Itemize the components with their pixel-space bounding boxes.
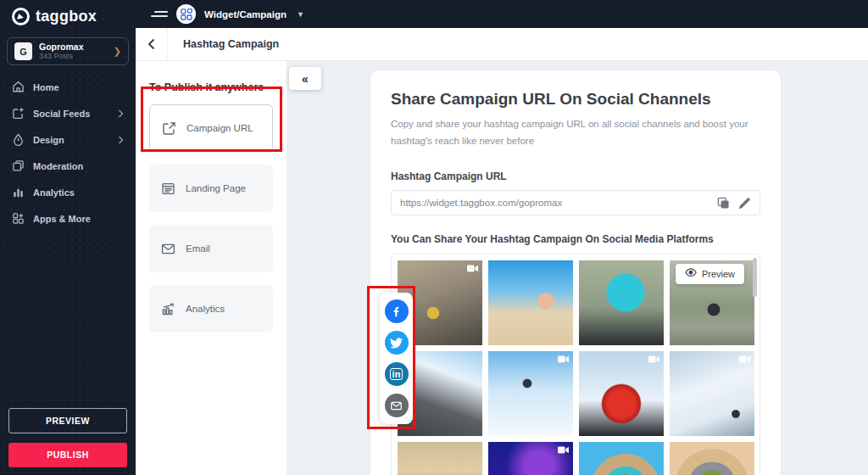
publish-option-campaign-url[interactable]: Campaign URL: [149, 104, 273, 152]
account-name: Gopromax: [39, 42, 107, 52]
eye-icon: [685, 268, 697, 280]
photo-tile-red-jacket[interactable]: [579, 351, 664, 436]
share-email-button[interactable]: [385, 394, 409, 417]
page-title: Hashtag Campaign: [183, 38, 279, 50]
publish-panel-title: To Publish it anywhere: [149, 81, 287, 93]
copy-icon[interactable]: [717, 197, 730, 210]
social-share-rail: in: [380, 293, 413, 424]
share-twitter-button[interactable]: [385, 331, 409, 355]
share-facebook-button[interactable]: [385, 299, 409, 323]
sidebar-nav: Home Social Feeds Design Moderation: [0, 74, 136, 232]
main-content-card: Share Campaign URL On Social Channels Co…: [370, 70, 781, 475]
photo-tile-concert[interactable]: [488, 442, 573, 475]
bar-chart-icon: [12, 186, 25, 198]
share-linkedin-button[interactable]: in: [385, 362, 409, 386]
photo-tile-tiny-planet-green[interactable]: [670, 442, 754, 475]
chevron-right-icon: [118, 109, 124, 118]
photo-grid: [398, 260, 754, 475]
sidebar-item-moderation[interactable]: Moderation: [0, 153, 136, 179]
feed-plus-icon: [12, 107, 25, 120]
sidebar-item-apps-more[interactable]: Apps & More: [0, 205, 136, 232]
twitter-icon: [390, 337, 403, 349]
chevron-right-icon: [118, 136, 124, 144]
preview-button[interactable]: PREVIEW: [8, 408, 127, 433]
linkedin-icon: in: [390, 368, 403, 380]
campaign-url-field: [391, 190, 760, 215]
gallery-preview-button[interactable]: Preview: [676, 264, 744, 284]
widget-icon[interactable]: [176, 4, 196, 24]
analytics-chart-icon: [161, 302, 175, 316]
account-selector[interactable]: G Gopromax 343 Posts ❯: [7, 37, 129, 65]
landing-page-icon: [161, 182, 175, 196]
brand-logo[interactable]: taggbox: [0, 0, 136, 28]
share-platforms-label: You Can Share Your Hashtag Campaign On S…: [391, 233, 760, 245]
campaign-url-input[interactable]: [400, 198, 709, 208]
publish-option-landing-page[interactable]: Landing Page: [149, 165, 273, 212]
layers-icon: [12, 159, 25, 172]
account-avatar: G: [14, 42, 32, 60]
sidebar: taggbox G Gopromax 343 Posts ❯ Home Soci…: [0, 0, 136, 475]
video-icon: [648, 355, 659, 363]
hamburger-menu-icon[interactable]: [151, 8, 168, 20]
topbar: Widget/Campaign ▼: [136, 0, 868, 28]
page-header: Hashtag Campaign: [136, 28, 868, 61]
external-link-icon: [162, 121, 176, 136]
photo-tile-teal-helmet[interactable]: [579, 260, 664, 345]
photo-tile-tiny-planet-teal[interactable]: [579, 442, 664, 475]
email-envelope-icon: [390, 400, 403, 412]
chevron-right-icon: ❯: [114, 46, 121, 57]
collapse-panel-button[interactable]: «: [289, 67, 321, 90]
section-description: Copy and share your hashtag campaign URL…: [391, 116, 765, 149]
section-heading: Share Campaign URL On Social Channels: [391, 90, 760, 109]
publish-button[interactable]: PUBLISH: [8, 443, 127, 467]
gallery-preview-label: Preview: [702, 269, 735, 279]
publish-option-analytics[interactable]: Analytics: [149, 285, 273, 332]
photo-tile-sunset-biker[interactable]: [398, 442, 482, 475]
sidebar-item-design[interactable]: Design: [0, 126, 136, 153]
video-icon: [558, 355, 569, 363]
video-icon: [467, 265, 478, 272]
apps-grid-icon: [12, 212, 25, 225]
home-icon: [12, 81, 25, 93]
gallery-scrollbar[interactable]: [753, 258, 757, 297]
taggbox-logo-icon: [12, 8, 30, 25]
sidebar-item-analytics[interactable]: Analytics: [0, 179, 136, 205]
publish-option-email[interactable]: Email: [149, 225, 273, 272]
droplet-icon: [12, 133, 25, 146]
campaign-gallery-preview: Preview: [391, 254, 760, 475]
photo-tile-snowboarder[interactable]: [488, 351, 573, 436]
account-posts-count: 343 Posts: [39, 52, 107, 60]
facebook-icon: [390, 305, 403, 318]
envelope-icon: [161, 242, 175, 256]
url-field-label: Hashtag Campaign URL: [391, 170, 760, 182]
back-button[interactable]: [136, 28, 168, 60]
video-icon: [558, 446, 569, 454]
publish-panel: To Publish it anywhere Campaign URL Land…: [136, 61, 287, 475]
photo-tile-beach-surfer[interactable]: [488, 260, 573, 345]
brand-name: taggbox: [36, 8, 97, 25]
widget-campaign-selector[interactable]: Widget/Campaign: [204, 9, 287, 20]
chevron-down-icon[interactable]: ▼: [297, 10, 304, 19]
photo-tile-ski-slope[interactable]: [670, 351, 754, 436]
sidebar-item-social-feeds[interactable]: Social Feeds: [0, 100, 136, 126]
edit-pencil-icon[interactable]: [738, 197, 751, 210]
sidebar-item-home[interactable]: Home: [0, 74, 136, 100]
video-icon: [739, 355, 750, 363]
